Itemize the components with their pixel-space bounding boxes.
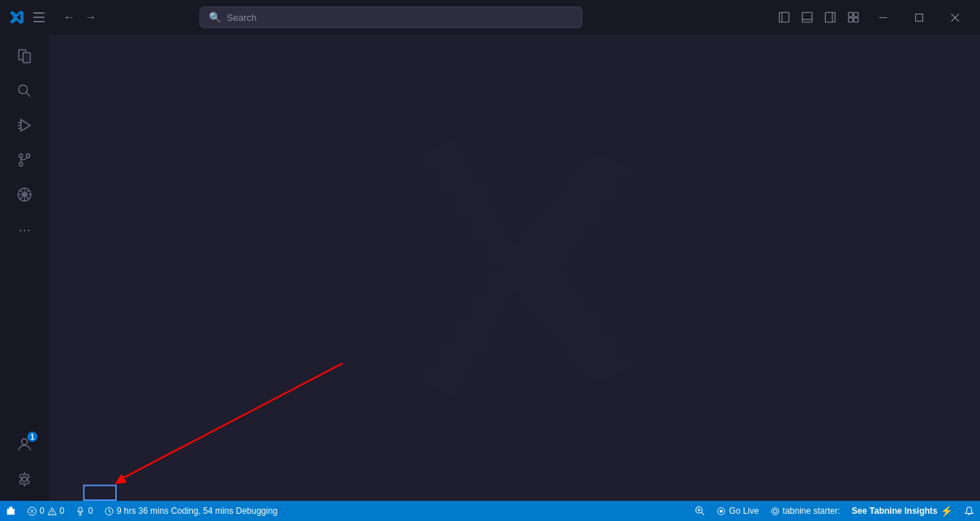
search-icon: 🔍 [209, 12, 221, 23]
status-bar-left: 0 0 0 9 hrs 36 min [22, 501, 284, 521]
editor-area [49, 35, 980, 501]
minimize-icon [879, 17, 887, 18]
tabnine-insights-emoji: ⚡ [940, 505, 953, 517]
title-bar-left [9, 9, 48, 25]
warning-count: 0 [60, 506, 65, 516]
tabnine-label: tabnine starter: [783, 506, 840, 516]
status-zoom[interactable] [689, 501, 711, 521]
svg-marker-35 [114, 474, 127, 484]
hamburger-line [33, 12, 45, 14]
svg-marker-18 [21, 120, 30, 131]
status-wakatime[interactable]: 9 hrs 36 mins Coding, 54 mins Debugging [99, 501, 283, 521]
go-live-label: Go Live [729, 506, 758, 516]
secondary-sidebar-icon [824, 11, 837, 24]
svg-point-23 [27, 154, 30, 158]
status-tabnine[interactable]: tabnine starter: [765, 501, 846, 521]
close-icon [951, 14, 959, 22]
close-button[interactable] [938, 6, 971, 29]
source-control-icon [16, 151, 33, 169]
activity-bar-more[interactable]: ··· [9, 213, 40, 245]
explorer-icon [16, 48, 33, 65]
title-bar-right [774, 6, 971, 29]
activity-bar-item-accounts[interactable]: 1 [9, 429, 40, 460]
svg-rect-9 [854, 18, 858, 22]
svg-point-55 [773, 509, 777, 513]
vscode-logo-icon [9, 9, 24, 25]
status-errors[interactable]: 0 0 [22, 501, 70, 521]
panel-icon [801, 11, 814, 24]
activity-bar-item-explorer[interactable] [9, 40, 40, 72]
svg-line-49 [702, 512, 705, 515]
hamburger-line [33, 21, 45, 22]
svg-rect-6 [848, 12, 853, 17]
error-icon [27, 507, 37, 516]
zoom-icon [695, 506, 705, 516]
bell-icon [964, 506, 974, 516]
activity-bar-item-source-control[interactable] [9, 144, 40, 176]
svg-rect-8 [848, 18, 853, 22]
search-bar[interactable]: 🔍 Search [199, 6, 583, 28]
customize-layout-icon [847, 11, 860, 24]
svg-rect-4 [825, 12, 835, 22]
svg-point-32 [22, 439, 27, 445]
nav-buttons: ← → [59, 7, 101, 27]
hamburger-menu[interactable] [30, 9, 48, 25]
svg-rect-2 [802, 12, 812, 22]
svg-point-41 [52, 513, 53, 514]
status-tabnine-insights[interactable]: See Tabnine Insights ⚡ [846, 501, 958, 521]
accounts-badge: 1 [27, 432, 37, 442]
svg-point-54 [771, 507, 778, 515]
status-bar: 0 0 0 9 hrs 36 min [0, 501, 980, 521]
svg-point-33 [22, 477, 27, 481]
title-bar: ← → 🔍 Search [0, 0, 980, 35]
status-bar-right: Go Live tabnine starter: See Tabnine Ins… [689, 501, 980, 521]
toggle-panel-button[interactable] [797, 7, 817, 27]
clock-icon [104, 507, 114, 516]
svg-rect-42 [78, 507, 82, 512]
kubernetes-icon [16, 186, 33, 203]
microphone-icon [76, 507, 85, 516]
svg-point-16 [19, 85, 27, 94]
customize-layout-button[interactable] [843, 7, 863, 27]
minimize-button[interactable] [866, 6, 899, 29]
svg-line-17 [27, 93, 31, 97]
wakatime-text: 9 hrs 36 mins Coding, 54 mins Debugging [117, 506, 277, 516]
maximize-button[interactable] [902, 6, 935, 29]
activity-bar-item-search[interactable] [9, 75, 40, 107]
activity-bar-item-settings[interactable] [9, 463, 40, 495]
go-live-icon [716, 507, 726, 516]
debug-icon [16, 117, 33, 134]
activity-bar-bottom: 1 [9, 429, 40, 501]
svg-line-34 [118, 363, 343, 481]
tabnine-insights-text: See Tabnine Insights [852, 506, 938, 516]
svg-point-53 [720, 509, 723, 512]
status-go-live[interactable]: Go Live [711, 501, 764, 521]
toggle-sidebar-button[interactable] [774, 7, 794, 27]
maximize-icon [915, 14, 923, 22]
extension-icon [6, 506, 16, 516]
sidebar-icon [778, 11, 791, 24]
svg-point-22 [19, 154, 23, 158]
back-button[interactable]: ← [59, 7, 79, 27]
search-bar-text: Search [227, 12, 256, 23]
activity-bar-item-kubernetes[interactable] [9, 179, 40, 210]
hamburger-line [33, 17, 45, 18]
svg-point-24 [19, 163, 23, 166]
status-info[interactable]: 0 [70, 501, 99, 521]
activity-bar: ··· 1 [0, 35, 49, 501]
svg-rect-7 [854, 12, 858, 17]
svg-rect-15 [23, 53, 30, 63]
warning-icon [48, 507, 57, 516]
forward-button[interactable]: → [81, 7, 101, 27]
status-bell[interactable] [958, 501, 980, 521]
search-icon [16, 82, 33, 99]
tabnine-icon [770, 507, 780, 516]
main-area: ··· 1 [0, 35, 980, 501]
svg-rect-11 [915, 14, 922, 21]
activity-bar-item-debug[interactable] [9, 110, 40, 141]
svg-rect-36 [84, 486, 116, 500]
vscode-watermark [364, 117, 666, 419]
status-extension-button[interactable] [0, 501, 22, 521]
info-count: 0 [88, 506, 93, 516]
toggle-secondary-sidebar-button[interactable] [820, 7, 840, 27]
